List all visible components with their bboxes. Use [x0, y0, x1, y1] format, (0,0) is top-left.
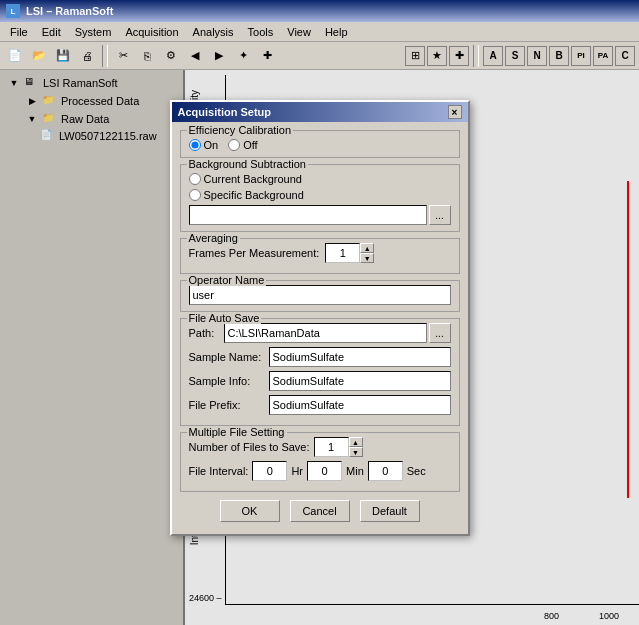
sec-input[interactable]: [368, 461, 403, 481]
menu-tools[interactable]: Tools: [242, 25, 280, 39]
dialog-overlay: Acquisition Setup × Efficiency Calibrati…: [0, 70, 639, 625]
settings-button[interactable]: ⚙: [160, 45, 182, 67]
menu-acquisition[interactable]: Acquisition: [119, 25, 184, 39]
efficiency-on-input[interactable]: [189, 139, 201, 151]
efficiency-calibration-label: Efficiency Calibration: [187, 124, 294, 136]
toolbar-separator-2: [473, 45, 479, 67]
main-area: ▼ 🖥 LSI RamanSoft ▶ 📁 Processed Data ▼ 📁…: [0, 70, 639, 625]
acquisition-setup-dialog: Acquisition Setup × Efficiency Calibrati…: [170, 100, 470, 536]
btn-c[interactable]: C: [615, 46, 635, 66]
specific-background-label: Specific Background: [204, 189, 304, 201]
efficiency-on-radio[interactable]: On: [189, 139, 219, 151]
cancel-button[interactable]: Cancel: [290, 500, 350, 522]
path-label: Path:: [189, 327, 224, 339]
background-file-input[interactable]: [189, 205, 427, 225]
current-background-label: Current Background: [204, 173, 302, 185]
frames-row: Frames Per Measurement: ▲ ▼: [189, 243, 451, 263]
btn-pi[interactable]: PI: [571, 46, 591, 66]
specific-background-radio[interactable]: Specific Background: [189, 189, 451, 201]
num-files-input[interactable]: [314, 437, 349, 457]
grid-icon-button[interactable]: ⊞: [405, 46, 425, 66]
toolbar-separator-1: [102, 45, 108, 67]
file-auto-save-group: File Auto Save Path: ... Sample Name:: [180, 318, 460, 426]
dialog-close-button[interactable]: ×: [448, 105, 462, 119]
num-files-spinner-buttons: ▲ ▼: [349, 437, 363, 457]
num-files-row: Number of Files to Save: ▲ ▼: [189, 437, 451, 457]
tool-icon-2[interactable]: ✚: [256, 45, 278, 67]
efficiency-radio-group: On Off: [189, 139, 451, 151]
frames-label: Frames Per Measurement:: [189, 247, 320, 259]
background-subtraction-group: Background Subtraction Current Backgroun…: [180, 164, 460, 232]
efficiency-off-input[interactable]: [228, 139, 240, 151]
btn-a[interactable]: A: [483, 46, 503, 66]
sample-info-row: Sample Info:: [189, 371, 451, 391]
hr-label: Hr: [291, 465, 303, 477]
menu-file[interactable]: File: [4, 25, 34, 39]
toolbar: 📄 📂 💾 🖨 ✂ ⎘ ⚙ ◀ ▶ ✦ ✚ ⊞ ★ ✚ A S N B PI P…: [0, 42, 639, 70]
sample-info-label: Sample Info:: [189, 375, 269, 387]
btn-pa[interactable]: PA: [593, 46, 613, 66]
btn-b[interactable]: B: [549, 46, 569, 66]
cross-icon-button[interactable]: ✚: [449, 46, 469, 66]
operator-name-group: Operator Name: [180, 280, 460, 312]
path-browse-button[interactable]: ...: [429, 323, 451, 343]
frames-spinner-buttons: ▲ ▼: [360, 243, 374, 263]
copy-button[interactable]: ⎘: [136, 45, 158, 67]
btn-n[interactable]: N: [527, 46, 547, 66]
frames-down-button[interactable]: ▼: [360, 253, 374, 263]
current-background-input[interactable]: [189, 173, 201, 185]
num-files-label: Number of Files to Save:: [189, 441, 310, 453]
btn-s[interactable]: S: [505, 46, 525, 66]
file-interval-label: File Interval:: [189, 465, 249, 477]
app-icon: L: [6, 4, 20, 18]
new-button[interactable]: 📄: [4, 45, 26, 67]
menu-analysis[interactable]: Analysis: [187, 25, 240, 39]
operator-name-label: Operator Name: [187, 274, 267, 286]
toolbar-right: ⊞ ★ ✚ A S N B PI PA C: [405, 45, 635, 67]
frames-up-button[interactable]: ▲: [360, 243, 374, 253]
multiple-file-setting-label: Multiple File Setting: [187, 426, 287, 438]
current-background-radio[interactable]: Current Background: [189, 173, 451, 185]
menu-bar: File Edit System Acquisition Analysis To…: [0, 22, 639, 42]
menu-edit[interactable]: Edit: [36, 25, 67, 39]
default-button[interactable]: Default: [360, 500, 420, 522]
averaging-label: Averaging: [187, 232, 240, 244]
frames-input[interactable]: [325, 243, 360, 263]
file-interval-row: File Interval: Hr Min Sec: [189, 461, 451, 481]
star-icon-button[interactable]: ★: [427, 46, 447, 66]
efficiency-calibration-group: Efficiency Calibration On Off: [180, 130, 460, 158]
save-button[interactable]: 💾: [52, 45, 74, 67]
title-bar: L LSI – RamanSoft: [0, 0, 639, 22]
open-button[interactable]: 📂: [28, 45, 50, 67]
menu-help[interactable]: Help: [319, 25, 354, 39]
num-files-up-button[interactable]: ▲: [349, 437, 363, 447]
hr-input[interactable]: [252, 461, 287, 481]
print-button[interactable]: 🖨: [76, 45, 98, 67]
min-input[interactable]: [307, 461, 342, 481]
background-browse-button[interactable]: ...: [429, 205, 451, 225]
background-subtraction-label: Background Subtraction: [187, 158, 308, 170]
sample-info-input[interactable]: [269, 371, 451, 391]
sample-name-input[interactable]: [269, 347, 451, 367]
file-prefix-label: File Prefix:: [189, 399, 269, 411]
efficiency-off-radio[interactable]: Off: [228, 139, 257, 151]
menu-system[interactable]: System: [69, 25, 118, 39]
sample-name-label: Sample Name:: [189, 351, 269, 363]
ok-button[interactable]: OK: [220, 500, 280, 522]
sec-label: Sec: [407, 465, 426, 477]
tool-icon-1[interactable]: ✦: [232, 45, 254, 67]
dialog-button-row: OK Cancel Default: [180, 500, 460, 526]
dialog-body: Efficiency Calibration On Off: [172, 122, 468, 534]
file-auto-save-label: File Auto Save: [187, 312, 262, 324]
path-input[interactable]: [224, 323, 427, 343]
menu-view[interactable]: View: [281, 25, 317, 39]
specific-background-input[interactable]: [189, 189, 201, 201]
cut-button[interactable]: ✂: [112, 45, 134, 67]
operator-name-input[interactable]: [189, 285, 451, 305]
background-file-row: ...: [189, 205, 451, 225]
sample-name-row: Sample Name:: [189, 347, 451, 367]
next-button[interactable]: ▶: [208, 45, 230, 67]
num-files-down-button[interactable]: ▼: [349, 447, 363, 457]
file-prefix-input[interactable]: [269, 395, 451, 415]
prev-button[interactable]: ◀: [184, 45, 206, 67]
